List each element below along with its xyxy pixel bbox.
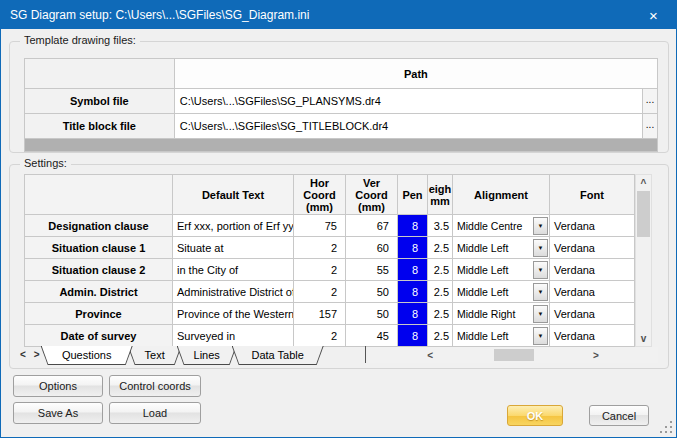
load-button[interactable]: Load (109, 402, 201, 424)
settings-group-label: Settings: (20, 157, 71, 169)
alignment-dropdown-button[interactable]: ▼ (533, 261, 548, 279)
ok-button[interactable]: OK (507, 405, 563, 426)
alignment-dropdown-button[interactable]: ▼ (533, 217, 548, 235)
pen-column-header: Pen (398, 175, 428, 215)
template-files-table: Path Symbol file C:\Users\...\SGFiles\SG… (24, 58, 658, 152)
alignment-dropdown-button[interactable]: ▼ (533, 239, 548, 257)
scroll-left-icon[interactable]: < (368, 347, 492, 363)
height-cell[interactable]: 2.5 (428, 237, 453, 259)
alignment-value: Middle Right (457, 308, 515, 320)
font-cell[interactable]: Verdana (550, 237, 635, 259)
title-bar[interactable]: SG Diagram setup: C:\Users\...\SGFiles\S… (1, 1, 676, 29)
scroll-right-icon[interactable]: > (534, 347, 658, 363)
default-text-cell[interactable]: Erf xxx, portion of Erf yy (173, 215, 294, 237)
alignment-value: Middle Left (457, 286, 508, 298)
row-label-designation-clause: Designation clause (25, 215, 173, 237)
height-cell[interactable]: 3.5 (428, 215, 453, 237)
hor-coord-cell[interactable]: 2 (294, 259, 346, 281)
alignment-dropdown-button[interactable]: ▼ (533, 283, 548, 301)
default-text-cell[interactable]: Surveyed in (173, 325, 294, 347)
ver-coord-cell[interactable]: 67 (346, 215, 398, 237)
font-cell[interactable]: Verdana (550, 259, 635, 281)
symbol-file-browse-button[interactable]: ... (643, 89, 658, 114)
ver-coord-cell[interactable]: 55 (346, 259, 398, 281)
tab-questions[interactable]: Questions (41, 346, 133, 365)
default-text-cell[interactable]: Situate at (173, 237, 294, 259)
settings-horizontal-scrollbar[interactable]: < > (368, 347, 658, 363)
vertical-scrollbar-thumb[interactable] (637, 191, 650, 237)
cancel-button[interactable]: Cancel (589, 405, 649, 426)
font-cell[interactable]: Verdana (550, 303, 635, 325)
symbol-file-path-field[interactable]: C:\Users\...\SGFiles\SG_PLANSYMS.dr4 (175, 89, 643, 114)
alignment-cell[interactable]: Middle Left ▼ (453, 259, 550, 281)
font-cell[interactable]: Verdana (550, 325, 635, 347)
settings-vertical-scrollbar[interactable]: ^ v (635, 174, 652, 347)
row-label-date-of-survey: Date of survey (25, 325, 173, 347)
height-cell[interactable]: 2.5 (428, 259, 453, 281)
font-cell[interactable]: Verdana (550, 215, 635, 237)
ver-coord-column-header: Ver Coord (mm) (346, 175, 398, 215)
hor-coord-cell[interactable]: 2 (294, 237, 346, 259)
hscroll-separator (365, 346, 366, 363)
pen-cell[interactable]: 8 (398, 303, 428, 325)
alignment-value: Middle Left (457, 242, 508, 254)
template-files-group-label: Template drawing files: (20, 34, 140, 46)
options-button[interactable]: Options (13, 375, 103, 397)
hor-coord-cell[interactable]: 157 (294, 303, 346, 325)
ver-coord-cell[interactable]: 45 (346, 325, 398, 347)
default-text-cell[interactable]: Province of the Western (173, 303, 294, 325)
save-as-button[interactable]: Save As (13, 402, 103, 424)
chevron-down-icon: ▼ (538, 267, 544, 273)
hor-coord-cell[interactable]: 75 (294, 215, 346, 237)
alignment-cell[interactable]: Middle Right ▼ (453, 303, 550, 325)
symbol-file-label: Symbol file (25, 89, 175, 114)
tab-text[interactable]: Text (128, 346, 182, 365)
tab-scroll-left-icon[interactable]: < (16, 346, 30, 360)
scroll-up-icon[interactable]: ^ (636, 175, 651, 191)
hor-coord-cell[interactable]: 2 (294, 281, 346, 303)
control-coords-button[interactable]: Control coords (109, 375, 201, 397)
font-cell[interactable]: Verdana (550, 281, 635, 303)
close-button[interactable]: × (631, 1, 676, 29)
alignment-column-header: Alignment (453, 175, 550, 215)
resize-grip[interactable] (660, 421, 673, 434)
alignment-cell[interactable]: Middle Centre ▼ (453, 215, 550, 237)
scroll-down-icon[interactable]: v (636, 330, 651, 346)
title-block-file-browse-button[interactable]: ... (643, 114, 658, 139)
height-cell[interactable]: 2.5 (428, 281, 453, 303)
path-column-header: Path (175, 59, 658, 89)
tab-lines-label: Lines (178, 346, 236, 364)
ver-coord-cell[interactable]: 50 (346, 281, 398, 303)
alignment-dropdown-button[interactable]: ▼ (533, 327, 548, 345)
settings-tab-strip: < > Questions Text Lines Data Table < > (16, 346, 662, 366)
horizontal-scrollbar-thumb[interactable] (494, 349, 533, 361)
pen-cell[interactable]: 8 (398, 215, 428, 237)
ver-coord-cell[interactable]: 60 (346, 237, 398, 259)
alignment-cell[interactable]: Middle Left ▼ (453, 325, 550, 347)
font-column-header: Font (550, 175, 635, 215)
row-label-situation-clause-1: Situation clause 1 (25, 237, 173, 259)
pen-cell[interactable]: 8 (398, 281, 428, 303)
row-label-admin-district: Admin. District (25, 281, 173, 303)
ver-coord-cell[interactable]: 50 (346, 303, 398, 325)
alignment-cell[interactable]: Middle Left ▼ (453, 237, 550, 259)
row-label-province: Province (25, 303, 173, 325)
pen-cell[interactable]: 8 (398, 325, 428, 347)
tab-lines[interactable]: Lines (177, 346, 237, 365)
settings-header-empty (25, 175, 173, 215)
height-cell[interactable]: 2.5 (428, 303, 453, 325)
template-files-group: Template drawing files: Path Symbol file… (9, 41, 669, 153)
title-block-file-path-field[interactable]: C:\Users\...\SGFiles\SG_TITLEBLOCK.dr4 (175, 114, 643, 139)
pen-cell[interactable]: 8 (398, 237, 428, 259)
pen-cell[interactable]: 8 (398, 259, 428, 281)
default-text-cell[interactable]: in the City of (173, 259, 294, 281)
alignment-dropdown-button[interactable]: ▼ (533, 305, 548, 323)
hor-coord-cell[interactable]: 2 (294, 325, 346, 347)
height-column-header: eigh mm (428, 175, 453, 215)
height-cell[interactable]: 2.5 (428, 325, 453, 347)
settings-group: Settings: Default Text Hor Coord (mm) Ve… (9, 164, 669, 369)
tab-data-table[interactable]: Data Table (232, 346, 324, 365)
default-text-column-header: Default Text (173, 175, 294, 215)
alignment-cell[interactable]: Middle Left ▼ (453, 281, 550, 303)
default-text-cell[interactable]: Administrative District of (173, 281, 294, 303)
